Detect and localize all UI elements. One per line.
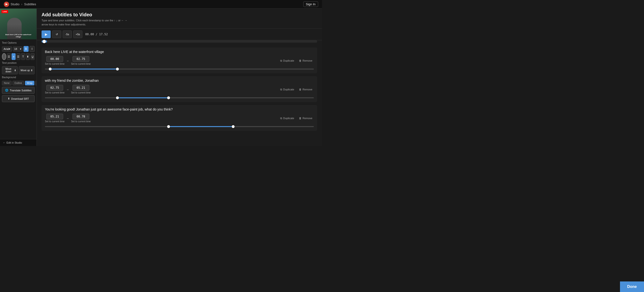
align-right-icon: ☰ <box>17 55 20 58</box>
time-dash-0: – <box>67 59 69 63</box>
end-time-input-1[interactable] <box>72 85 89 91</box>
trash-icon-1: 🗑 <box>299 88 302 91</box>
time-column-start-1: Set to current time <box>45 85 64 94</box>
set-current-start-0[interactable]: Set to current time <box>45 63 64 65</box>
move-up-icon: ⬆ <box>31 69 33 72</box>
set-current-start-2[interactable]: Set to current time <box>45 120 64 123</box>
timeline-thumb[interactable] <box>42 40 46 43</box>
set-current-end-0[interactable]: Set to current time <box>71 63 91 65</box>
subtitle-item: Back here LIVE at the waterfront village… <box>42 47 317 73</box>
end-time-input-2[interactable] <box>72 114 89 119</box>
align-right-button[interactable]: ☰ <box>16 53 20 60</box>
set-current-start-1[interactable]: Set to current time <box>45 91 64 94</box>
subtitles-breadcrumb: Subtitles <box>24 2 36 6</box>
sign-in-button[interactable]: Sign In <box>303 1 318 7</box>
left-panel: LIVE Back here LIVE at the waterfront vi… <box>0 9 37 146</box>
play-icon: ▶ <box>45 32 48 36</box>
start-time-input-2[interactable] <box>46 114 63 119</box>
align-left-icon: ☰ <box>8 55 10 58</box>
subtitle-text-0: Back here LIVE at the waterfront village <box>45 50 314 54</box>
italic-button[interactable]: I <box>30 46 34 52</box>
main-layout: LIVE Back here LIVE at the waterfront vi… <box>0 9 322 146</box>
start-time-input-0[interactable] <box>46 56 63 62</box>
end-time-input-0[interactable] <box>72 56 89 62</box>
range-fill-1 <box>118 97 168 98</box>
bg-none-button[interactable]: None <box>2 81 12 85</box>
replay-button[interactable]: ↺ <box>52 30 61 38</box>
caption-line1: Back here LIVE at the waterfront <box>6 34 32 35</box>
range-thumb-start-0[interactable] <box>49 68 52 70</box>
remove-button-1[interactable]: 🗑 Remove <box>298 88 314 92</box>
bg-full-button[interactable]: Full <box>35 81 36 85</box>
range-thumb-end-0[interactable] <box>116 68 119 70</box>
remove-button-2[interactable]: 🗑 Remove <box>298 116 314 120</box>
text-shadow-button[interactable]: T <box>21 53 25 60</box>
time-column-start-0: Set to current time <box>45 56 64 65</box>
range-thumb-start-2[interactable] <box>167 125 170 128</box>
time-dash-1: – <box>67 88 69 91</box>
top-nav: ▶ Studio › Subtitles Sign In <box>0 0 322 9</box>
text-options-label: Text Options <box>2 41 34 44</box>
studio-logo-icon: ▶ <box>4 2 9 7</box>
playback-bar: ▶ ↺ -5s +5s 00.00 / 17.52 <box>37 28 322 40</box>
font-name-display: Arial <box>4 47 9 50</box>
edit-in-studio-button[interactable]: ← Edit in Studio <box>2 141 23 145</box>
text-position-label: Text position <box>2 61 34 64</box>
minus5-button[interactable]: -5s <box>63 30 72 38</box>
time-separator: / <box>96 33 97 36</box>
bg-outline-button[interactable]: Outline <box>12 81 24 85</box>
play-button[interactable]: ▶ <box>42 30 51 38</box>
time-controls-0: Set to current time – Set to current tim… <box>45 56 314 65</box>
align-center-button[interactable]: ≡ <box>12 53 16 60</box>
breadcrumb-separator: › <box>21 2 22 6</box>
font-size-display: 18 <box>14 47 17 50</box>
move-down-icon: ⬇ <box>14 69 16 72</box>
replay-icon: ↺ <box>56 33 58 36</box>
range-row-0[interactable] <box>45 67 314 71</box>
text-underline-button[interactable]: U <box>30 53 34 60</box>
studio-link[interactable]: Studio <box>10 2 20 6</box>
duplicate-button-0[interactable]: ⧉ Duplicate <box>279 59 296 63</box>
left-controls: Text Options Arial ▾ 18 ▾ B I <box>0 39 36 139</box>
bold-button[interactable]: B <box>24 46 28 52</box>
align-left-button[interactable]: ☰ <box>7 53 11 60</box>
range-thumb-start-1[interactable] <box>116 96 119 99</box>
start-time-input-1[interactable] <box>46 85 63 91</box>
time-dash-2: – <box>67 117 69 120</box>
text-valign-button[interactable]: ⬍ <box>26 53 30 60</box>
time-total: 17.52 <box>99 33 108 36</box>
duplicate-icon-1: ⧉ <box>280 88 282 91</box>
edit-studio-arrow-icon: ← <box>3 141 6 144</box>
download-icon: ⬇ <box>8 97 10 100</box>
plus5-button[interactable]: +5s <box>73 30 82 38</box>
font-select[interactable]: Arial ▾ <box>2 46 12 52</box>
duplicate-button-2[interactable]: ⧉ Duplicate <box>279 116 296 120</box>
bottom-bar: ← Edit in Studio <box>0 139 36 146</box>
set-current-end-2[interactable]: Set to current time <box>71 120 91 123</box>
bg-wrap-button[interactable]: Wrap <box>25 81 34 85</box>
remove-button-0[interactable]: 🗑 Remove <box>298 59 314 63</box>
range-row-1[interactable] <box>45 96 314 100</box>
translate-subtitles-button[interactable]: 🌐 Translate Subtitles <box>2 87 34 94</box>
background-label: Background <box>2 76 34 79</box>
right-header: Add subtitles to Video Type and time you… <box>37 9 322 28</box>
duplicate-icon-2: ⧉ <box>280 117 282 120</box>
range-thumb-end-1[interactable] <box>167 96 170 99</box>
color-button[interactable] <box>2 53 6 60</box>
size-select[interactable]: 18 ▾ <box>13 46 22 52</box>
move-down-button[interactable]: Move down ⬇ <box>2 66 18 74</box>
breadcrumb: Studio › Subtitles <box>10 2 36 6</box>
download-srt-button[interactable]: ⬇ Download SRT <box>2 95 34 102</box>
time-column-end-2: Set to current time <box>71 114 91 123</box>
timeline-bar[interactable] <box>42 40 317 43</box>
set-current-end-1[interactable]: Set to current time <box>71 91 91 94</box>
move-up-button[interactable]: Move up ⬆ <box>19 66 34 74</box>
range-thumb-end-2[interactable] <box>232 125 234 128</box>
range-row-2[interactable] <box>45 125 314 129</box>
duplicate-button-1[interactable]: ⧉ Duplicate <box>279 88 296 92</box>
caption-line2: village <box>16 36 21 38</box>
background-options: None Outline Wrap Full <box>2 81 34 85</box>
font-chevron-icon: ▾ <box>9 47 10 51</box>
size-chevron-icon: ▾ <box>20 47 21 51</box>
video-thumbnail: LIVE Back here LIVE at the waterfront vi… <box>0 9 37 39</box>
